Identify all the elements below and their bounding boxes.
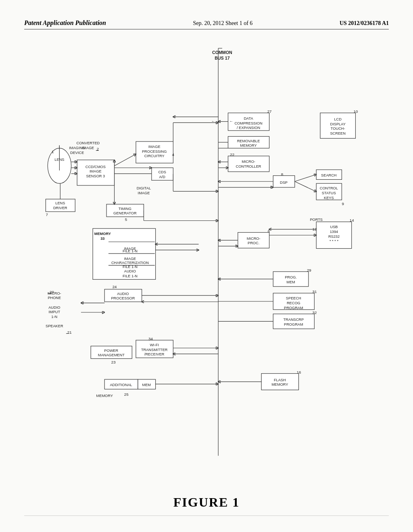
svg-text:IMAGE: IMAGE (90, 169, 102, 173)
svg-text:ADDITIONAL: ADDITIONAL (110, 383, 132, 387)
svg-text:PROGRAM: PROGRAM (284, 306, 303, 310)
svg-text:33: 33 (100, 237, 104, 241)
svg-line-121 (295, 175, 316, 182)
svg-text:LCD: LCD (334, 117, 342, 121)
svg-text:PROGRAM: PROGRAM (284, 322, 303, 326)
svg-text:SPEECH: SPEECH (286, 296, 301, 300)
svg-text:24: 24 (113, 285, 117, 289)
svg-text:SCREEN: SCREEN (330, 131, 345, 135)
svg-text:29: 29 (307, 268, 311, 272)
svg-text:SPEAKER: SPEAKER (46, 324, 63, 328)
svg-text:AUDIO: AUDIO (124, 269, 136, 273)
svg-text:22: 22 (230, 152, 234, 157)
svg-text:COMMON: COMMON (212, 50, 232, 55)
svg-text:FILE 1-N: FILE 1-N (123, 249, 138, 253)
svg-text:LENS: LENS (55, 201, 65, 205)
svg-text:AUDIO: AUDIO (117, 292, 129, 296)
svg-text:BUS  17: BUS 17 (215, 56, 229, 60)
svg-text:CHARACTERIZATION: CHARACTERIZATION (111, 261, 149, 265)
svg-line-174 (115, 154, 136, 166)
svg-text:POWER: POWER (104, 349, 118, 353)
figure-caption: FIGURE 1 (173, 495, 240, 510)
svg-text:MEMORY: MEMORY (240, 143, 257, 148)
svg-text:CDS: CDS (158, 170, 166, 174)
header-date-sheet: Sep. 20, 2012 Sheet 1 of 6 (193, 20, 253, 27)
svg-text:SEARCH: SEARCH (321, 173, 336, 177)
svg-text:STATUS: STATUS (322, 191, 336, 195)
svg-text:DATA: DATA (244, 116, 253, 121)
svg-text:RS232: RS232 (328, 235, 340, 239)
svg-text:/ EXPANSION: / EXPANSION (237, 126, 260, 130)
svg-text:DEVICE: DEVICE (70, 151, 84, 155)
svg-text:/RECEIVER: /RECEIVER (144, 352, 165, 356)
svg-text:CONVERTED: CONVERTED (77, 141, 100, 145)
figure-area: text { font-family: Arial, sans-serif; f… (24, 44, 389, 468)
svg-text:32: 32 (313, 310, 317, 315)
svg-text:IMAGE: IMAGE (82, 146, 94, 150)
svg-text:34: 34 (148, 337, 153, 341)
header-title: Patent Application Publication (24, 19, 106, 27)
svg-text:DSP: DSP (280, 181, 288, 185)
svg-rect-99 (228, 156, 269, 172)
svg-text:MEMORY: MEMORY (94, 232, 111, 236)
svg-text:5: 5 (125, 217, 127, 222)
svg-text:←: ← (211, 119, 215, 123)
svg-text:AUDIO: AUDIO (48, 305, 60, 310)
svg-text:PROCESSING: PROCESSING (142, 150, 167, 154)
svg-text:16: 16 (297, 370, 301, 374)
svg-text:PROG.: PROG. (285, 275, 297, 279)
svg-text:MICRO-: MICRO- (247, 237, 261, 241)
svg-text:←: ← (229, 119, 233, 123)
svg-text:PORTS: PORTS (310, 218, 323, 222)
svg-text:TRANSCRP: TRANSCRP (283, 318, 304, 322)
svg-text:WI-FI: WI-FI (150, 343, 159, 347)
svg-text:27: 27 (267, 109, 272, 114)
svg-text:KEYS: KEYS (324, 196, 334, 200)
svg-text:25: 25 (124, 392, 129, 397)
page: Patent Application Publication Sep. 20, … (0, 0, 413, 532)
svg-text:DIGITAL: DIGITAL (137, 186, 151, 190)
svg-text:PROC.: PROC. (248, 241, 259, 245)
svg-text:USB: USB (330, 225, 338, 229)
svg-text:IMAGE: IMAGE (138, 191, 150, 195)
svg-text:MEM: MEM (286, 280, 295, 284)
svg-text:CONTROL: CONTROL (320, 186, 338, 190)
svg-text:CCD/CMOS: CCD/CMOS (86, 165, 106, 169)
svg-text:7: 7 (46, 212, 48, 217)
svg-text:IMPUT: IMPUT (48, 310, 60, 314)
page-header: Patent Application Publication Sep. 20, … (24, 19, 389, 29)
svg-text:SENSOR 3: SENSOR 3 (86, 174, 105, 178)
svg-text:COMPRESSION: COMPRESSION (234, 121, 262, 125)
svg-text:9: 9 (342, 202, 344, 206)
svg-text:PHONE: PHONE (48, 296, 61, 300)
svg-text:REMOVABLE: REMOVABLE (237, 139, 260, 143)
svg-text:PROCESSOR: PROCESSOR (111, 296, 135, 300)
svg-text:23: 23 (111, 360, 116, 364)
svg-text:TRANSMITTER: TRANSMITTER (141, 348, 168, 352)
svg-text:RECOG: RECOG (287, 301, 300, 305)
svg-text:1-N: 1-N (51, 315, 57, 319)
footer-line (24, 515, 389, 516)
svg-text:8: 8 (281, 172, 283, 177)
svg-text:CIRCUITRY: CIRCUITRY (144, 154, 165, 158)
svg-text:1: 1 (52, 150, 54, 154)
svg-text:CONTROLLER: CONTROLLER (236, 164, 261, 168)
svg-text:MEMORY: MEMORY (271, 382, 288, 387)
svg-text:IMAGE: IMAGE (124, 257, 136, 261)
svg-text:1394: 1394 (330, 230, 338, 234)
svg-text:MICRO-: MICRO- (242, 160, 255, 164)
svg-text:DISPLAY: DISPLAY (330, 122, 346, 126)
patent-diagram: text { font-family: Arial, sans-serif; f… (24, 44, 389, 468)
svg-text:MANAGEMENT: MANAGEMENT (98, 353, 125, 357)
svg-text:FLASH: FLASH (274, 378, 286, 382)
svg-text:GENERATOR: GENERATOR (113, 211, 137, 215)
svg-text:4: 4 (172, 152, 174, 157)
svg-text:MEM: MEM (142, 383, 151, 387)
svg-text:FILE 1-N: FILE 1-N (123, 265, 138, 269)
svg-text:TOUCH-: TOUCH- (331, 127, 345, 131)
svg-line-122 (295, 181, 316, 191)
svg-text:MEMORY: MEMORY (96, 394, 113, 398)
svg-text:14: 14 (350, 218, 354, 222)
svg-text:* * * *: * * * * (330, 239, 338, 243)
header-patent-number: US 2012/0236178 A1 (340, 20, 389, 27)
